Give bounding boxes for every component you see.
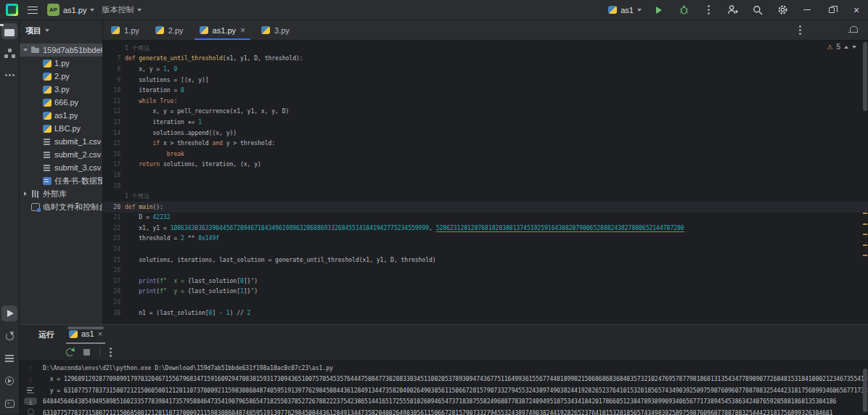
tree-item-label: 任务书-数据预处理: [54, 176, 102, 186]
console-line: 6484456464385494958985160233577839841735…: [43, 396, 868, 407]
line-number: 24: [103, 246, 125, 252]
editor-scrollbar[interactable]: [861, 41, 868, 324]
project-panel-header[interactable]: 项目: [20, 20, 102, 41]
down-button[interactable]: ↓: [24, 375, 37, 383]
main-menu-button[interactable]: [25, 3, 40, 17]
code-line: 1 个用法: [103, 43, 868, 54]
usages-inlay-hint[interactable]: 1 个用法: [125, 45, 150, 52]
python-console-tool-button[interactable]: [1, 373, 17, 389]
tree-item[interactable]: 3.py: [20, 83, 102, 96]
prev-problem-icon[interactable]: [844, 46, 848, 49]
tree-item[interactable]: 外部库: [20, 187, 102, 200]
scrollbar-thumb[interactable]: [863, 42, 867, 111]
scroll-end-button[interactable]: ↓: [24, 398, 37, 405]
python-packages-tool-button[interactable]: [1, 328, 17, 344]
usages-inlay-hint[interactable]: 1 个用法: [125, 193, 150, 200]
run-configuration-selector[interactable]: as1: [608, 6, 642, 15]
close-icon: ×: [853, 7, 859, 14]
pycharm-logo-icon: [6, 4, 18, 16]
tree-item[interactable]: 2.py: [20, 70, 102, 83]
line-number: 30: [103, 310, 125, 316]
more-actions-button[interactable]: [701, 3, 716, 17]
minimize-button[interactable]: [800, 3, 814, 17]
project-tool-button[interactable]: [1, 23, 17, 39]
chevron-right-icon[interactable]: [22, 192, 28, 196]
tree-item[interactable]: 任务书-数据预处理: [20, 174, 102, 187]
clock-button[interactable]: [24, 408, 37, 415]
soft-wrap-button[interactable]: [24, 387, 37, 394]
code-line: 21 D = 42232: [103, 213, 868, 223]
tree-item[interactable]: LBC.py: [20, 122, 102, 135]
tree-item[interactable]: submit_2.csv: [20, 148, 102, 161]
line-number: 10: [103, 87, 125, 94]
stop-button[interactable]: [83, 349, 90, 356]
inspections-widget[interactable]: ⚠ 5: [827, 43, 856, 51]
line-number: 23: [103, 235, 125, 242]
line-number: 9: [103, 77, 125, 83]
restore-button[interactable]: [824, 3, 839, 17]
tree-item-label: 1.py: [54, 59, 70, 67]
tab-options-button[interactable]: [799, 29, 801, 31]
notifications-bell-icon[interactable]: [849, 26, 858, 34]
tree-item-label: 临时文件和控制台: [43, 202, 102, 213]
panel-drag-handle[interactable]: [67, 326, 104, 329]
close-button[interactable]: ×: [849, 3, 864, 17]
tree-item[interactable]: 159d7ab51bbde631f198a10ac0c07c23: [20, 44, 102, 57]
editor-tab-2.py[interactable]: 2.py: [147, 20, 192, 40]
run-toolbar: [20, 344, 868, 360]
csv-file-icon: [43, 150, 52, 159]
up-button[interactable]: ↑: [24, 363, 37, 371]
tree-item[interactable]: 1.py: [20, 57, 102, 70]
console-output[interactable]: D:\Anaconda\envs\d2l\python.exe D:\Downl…: [41, 360, 868, 415]
tree-item[interactable]: as1.py: [20, 109, 102, 122]
tree-item-label: 159d7ab51bbde631f198a10ac0c07c23: [43, 46, 102, 54]
editor-tab-1.py[interactable]: 1.py: [103, 20, 147, 40]
close-tab-icon[interactable]: ×: [98, 329, 102, 338]
more-tool-button[interactable]: [1, 67, 17, 83]
tree-item[interactable]: submit_1.csv: [20, 135, 102, 148]
run-panel-header: 运行 as1 ×: [20, 325, 868, 344]
project-widget[interactable]: AP as1.py: [47, 4, 94, 16]
run-button[interactable]: [652, 3, 666, 17]
project-avatar: AP: [47, 4, 60, 16]
folder-file-icon: [31, 46, 40, 54]
tree-item[interactable]: 临时文件和控制台: [20, 200, 102, 213]
structure-tool-button[interactable]: [1, 45, 17, 61]
console-more-options-button[interactable]: [110, 351, 112, 353]
console-line: D:\Anaconda\envs\d2l\python.exe D:\Downl…: [43, 363, 868, 374]
python-icon: [608, 6, 617, 14]
python-icon: [200, 26, 208, 34]
line-number: 7: [103, 55, 125, 62]
chevron-down-icon[interactable]: [22, 49, 28, 52]
rerun-button[interactable]: [66, 348, 74, 356]
code-with-me-button[interactable]: [726, 3, 740, 17]
console-scrollbar-thumb[interactable]: [863, 369, 867, 412]
code-editor[interactable]: 1 个用法7def generate_until_threshold(x1, y…: [103, 41, 868, 324]
next-problem-icon[interactable]: [852, 46, 856, 49]
debug-button[interactable]: [676, 3, 691, 17]
tree-item-label: LBC.py: [54, 124, 81, 133]
code-line: 26: [103, 265, 868, 276]
editor-tab-as1.py[interactable]: as1.py×: [192, 20, 253, 40]
code-line: 22 x1, y1 = 1086343036339044567209467104…: [103, 223, 868, 234]
run-tool-window: 运行 as1 × ↑↓↓ D:\Anaconda\envs\d2l\python…: [20, 324, 868, 415]
editor-tab-bar: 1.py2.pyas1.py×3.py: [103, 20, 868, 41]
toolbar-separator: [99, 347, 100, 357]
python-icon: [111, 26, 120, 34]
run-tool-button[interactable]: [1, 305, 17, 321]
editor-tab-3.py[interactable]: 3.py: [253, 20, 298, 40]
tree-item[interactable]: 666.py: [20, 96, 102, 109]
close-tab-icon[interactable]: ×: [240, 27, 245, 34]
line-number: 20: [103, 204, 125, 210]
line-number: 25: [103, 257, 125, 263]
search-everywhere-button[interactable]: [750, 3, 765, 17]
code-line: 24: [103, 244, 868, 255]
terminal-tool-button[interactable]: >_: [1, 395, 17, 411]
vcs-widget[interactable]: 版本控制: [102, 4, 142, 15]
tree-item[interactable]: submit_3.csv: [20, 161, 102, 174]
minimize-icon: [803, 9, 811, 11]
services-tool-button[interactable]: [1, 350, 17, 366]
run-panel-title: 运行: [38, 329, 54, 340]
settings-button[interactable]: [775, 3, 790, 17]
services-icon: [5, 355, 14, 356]
